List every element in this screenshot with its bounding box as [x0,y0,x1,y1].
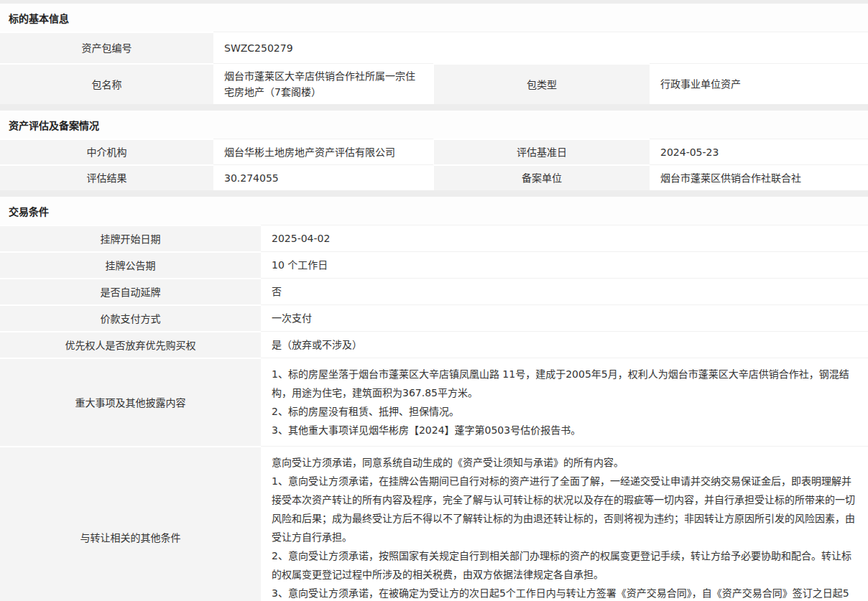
section-trade-conditions: 交易条件 挂牌开始日期 2025-04-02 挂牌公告期 10 个工作日 是否自… [0,197,868,601]
appraisal-result-label: 评估结果 [0,164,213,190]
other-conditions-item-3: 3、意向受让方须承诺，在被确定为受让方的次日起5个工作日内与转让方签署《资产交易… [272,584,857,601]
package-name-value: 烟台市蓬莱区大辛店供销合作社所属一宗住宅房地产（7套阁楼） [213,63,434,104]
agency-label: 中介机构 [0,139,213,164]
table-row-major-disclosure: 重大事项及其他披露内容 1、标的房屋坐落于烟台市蓬莱区大辛店镇凤凰山路 11号，… [0,358,868,446]
package-type-label: 包类型 [434,63,650,104]
major-disclosure-item-2: 2、标的房屋没有租赁、抵押、担保情况。 [272,402,857,421]
package-name-label: 包名称 [0,63,213,104]
table-row-start-date: 挂牌开始日期 2025-04-02 [0,225,868,251]
table-row-payment-method: 价款支付方式 一次支付 [0,304,868,331]
table-row-priority-right: 优先权人是否放弃优先购买权 是（放弃或不涉及） [0,331,868,358]
table-row-package-number: 资产包编号 SWZC250279 [0,32,868,63]
auto-extend-value: 否 [261,278,868,304]
table-row-package-name-type: 包名称 烟台市蓬莱区大辛店供销合作社所属一宗住宅房地产（7套阁楼） 包类型 行政… [0,63,868,104]
priority-right-value: 是（放弃或不涉及） [261,331,868,358]
priority-right-label: 优先权人是否放弃优先购买权 [0,331,261,358]
table-row-notice-period: 挂牌公告期 10 个工作日 [0,251,868,278]
notice-period-value: 10 个工作日 [261,251,868,278]
notice-period-label: 挂牌公告期 [0,251,261,278]
major-disclosure-label: 重大事项及其他披露内容 [0,358,261,446]
other-conditions-item-1: 1、意向受让方须承诺，在挂牌公告期间已自行对标的资产进行了全面了解，一经递交受让… [272,472,857,546]
base-date-value: 2024-05-23 [650,139,868,164]
package-number-label: 资产包编号 [0,32,213,63]
payment-method-value: 一次支付 [261,304,868,331]
other-conditions-value: 意向受让方须承诺，同意系统自动生成的《资产受让须知与承诺》的所有内容。 1、意向… [261,446,868,601]
section-appraisal: 资产评估及备案情况 中介机构 烟台华彬土地房地产资产评估有限公司 评估基准日 2… [0,111,868,190]
section-basic-info: 标的基本信息 资产包编号 SWZC250279 包名称 烟台市蓬莱区大辛店供销合… [0,4,868,104]
listing-start-date-value: 2025-04-02 [261,225,868,251]
major-disclosure-item-3: 3、其他重大事项详见烟华彬房【2024】蓬字第0503号估价报告书。 [272,421,857,439]
auto-extend-label: 是否自动延牌 [0,278,261,304]
other-conditions-intro: 意向受让方须承诺，同意系统自动生成的《资产受让须知与承诺》的所有内容。 [272,453,857,472]
other-conditions-item-2: 2、意向受让方须承诺，按照国家有关规定自行到相关部门办理标的资产的权属变更登记手… [272,546,857,584]
package-number-value: SWZC250279 [213,32,868,63]
package-type-value: 行政事业单位资产 [650,63,868,104]
other-conditions-label: 与转让相关的其他条件 [0,446,261,601]
listing-start-date-label: 挂牌开始日期 [0,225,261,251]
table-row-result-filing: 评估结果 30.274055 备案单位 烟台市蓬莱区供销合作社联合社 [0,164,868,190]
appraisal-result-value: 30.274055 [213,164,434,190]
section-basic-info-title: 标的基本信息 [0,4,868,32]
section-appraisal-title: 资产评估及备案情况 [0,111,868,139]
table-row-agency-basedate: 中介机构 烟台华彬土地房地产资产评估有限公司 评估基准日 2024-05-23 [0,139,868,164]
filing-unit-label: 备案单位 [434,164,650,190]
major-disclosure-value: 1、标的房屋坐落于烟台市蓬莱区大辛店镇凤凰山路 11号，建成于2005年5月，权… [261,358,868,446]
major-disclosure-item-1: 1、标的房屋坐落于烟台市蓬莱区大辛店镇凤凰山路 11号，建成于2005年5月，权… [272,365,857,402]
table-row-auto-extend: 是否自动延牌 否 [0,278,868,304]
filing-unit-value: 烟台市蓬莱区供销合作社联合社 [650,164,868,190]
base-date-label: 评估基准日 [434,139,650,164]
table-row-other-conditions: 与转让相关的其他条件 意向受让方须承诺，同意系统自动生成的《资产受让须知与承诺》… [0,446,868,601]
agency-value: 烟台华彬土地房地产资产评估有限公司 [213,139,434,164]
asset-detail-page: 标的基本信息 资产包编号 SWZC250279 包名称 烟台市蓬莱区大辛店供销合… [0,0,868,601]
payment-method-label: 价款支付方式 [0,304,261,331]
section-trade-conditions-title: 交易条件 [0,197,868,225]
